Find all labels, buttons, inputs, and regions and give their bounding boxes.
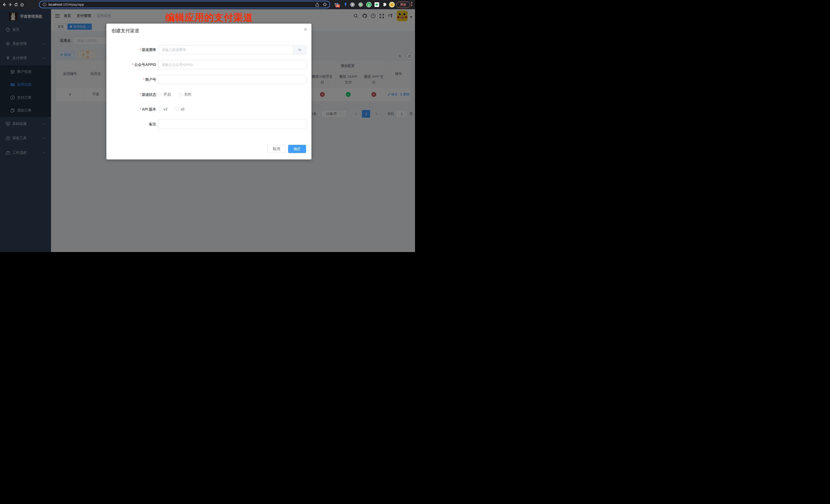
form-row-merchant: *商户号 xyxy=(106,75,312,84)
extension-icon-command[interactable]: ⌘ xyxy=(349,1,356,8)
form-row-rate: *渠道费率 % xyxy=(106,45,312,54)
extension-icon-green-dot[interactable] xyxy=(357,1,364,8)
extension-icon-chat[interactable] xyxy=(374,1,380,8)
status-radio-open[interactable]: 开启 xyxy=(158,92,171,97)
browser-menu-icon[interactable] xyxy=(411,2,412,6)
browser-profile-avatar[interactable] xyxy=(389,1,395,8)
remark-input[interactable] xyxy=(158,120,306,129)
annotation-text: 编辑应用的支付渠道 xyxy=(165,11,253,24)
form-row-remark: 备注 xyxy=(106,120,312,129)
browser-update-button[interactable]: 更新 xyxy=(396,2,410,8)
status-radio-closed[interactable]: 关闭 xyxy=(179,92,191,97)
svg-text:⌘: ⌘ xyxy=(351,3,354,6)
svg-text:y: y xyxy=(368,3,370,7)
rate-input[interactable] xyxy=(158,45,293,54)
extension-badge: 10 xyxy=(336,4,340,7)
api-radio-v3[interactable]: v3 xyxy=(175,107,185,111)
browser-home-button[interactable] xyxy=(19,1,25,8)
appid-input[interactable] xyxy=(158,60,306,69)
confirm-button[interactable]: 确定 xyxy=(288,145,306,153)
dialog-title: 创建支付渠道 xyxy=(111,28,139,34)
address-bar[interactable]: localhost:1024/pay/app xyxy=(39,1,330,8)
form-row-api-version: *API 版本 v2 v3 xyxy=(106,104,312,114)
extension-icon-kite[interactable] xyxy=(342,1,349,8)
browser-toolbar: localhost:1024/pay/app 10 ⌘ y 更新 xyxy=(0,0,415,9)
extension-icon-y-green[interactable]: y xyxy=(365,1,372,8)
merchant-input[interactable] xyxy=(158,75,306,84)
bookmark-star-icon[interactable] xyxy=(323,2,327,7)
api-radio-v2[interactable]: v2 xyxy=(158,107,167,111)
extension-icon-blocks[interactable]: 10 xyxy=(333,1,340,8)
percent-append: % xyxy=(293,45,306,54)
create-pay-channel-dialog: 创建支付渠道 × *渠道费率 % *公众号APPID *商户号 *渠道状态 开启… xyxy=(106,24,312,159)
site-info-icon[interactable] xyxy=(42,3,46,6)
extensions-puzzle-icon[interactable] xyxy=(381,1,388,8)
share-icon[interactable] xyxy=(315,3,319,7)
dialog-close-icon[interactable]: × xyxy=(304,27,307,32)
cancel-button[interactable]: 取消 xyxy=(267,145,285,153)
form-row-appid: *公众号APPID xyxy=(106,60,312,69)
rate-input-group: % xyxy=(158,45,306,54)
form-row-status: *渠道状态 开启 关闭 xyxy=(106,90,312,99)
app-page: 芋道管理系统 首页 系统管理 ¥ 支付管理 商户信息 xyxy=(0,9,415,252)
url-text: localhost:1024/pay/app xyxy=(49,3,84,6)
